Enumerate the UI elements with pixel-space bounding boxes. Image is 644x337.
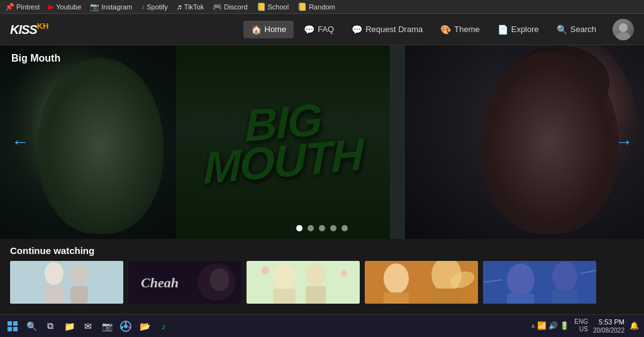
tray-wifi-icon[interactable]: 📶	[537, 321, 547, 330]
bookmark-discord[interactable]: 🎮 Discord	[213, 3, 247, 11]
taskbar-mail-button[interactable]: ✉	[80, 319, 96, 334]
hero-prev-button[interactable]: ←	[6, 127, 34, 157]
clock-display[interactable]: 5:53 PM 20/08/2022	[593, 318, 625, 334]
svg-rect-40	[13, 321, 18, 326]
svg-point-3	[58, 116, 74, 126]
nav-explore[interactable]: 📄 Explore	[490, 21, 547, 38]
svg-point-8	[562, 109, 575, 118]
tray-volume-icon[interactable]: 🔊	[548, 321, 558, 330]
svg-rect-32	[483, 261, 596, 304]
bookmark-random[interactable]: 📒 Random	[297, 3, 335, 11]
taskbar-folder-button[interactable]: 📂	[137, 319, 152, 334]
taskbar-files-button[interactable]: 📁	[62, 319, 77, 334]
nav-faq[interactable]: 💬 FAQ	[296, 21, 341, 38]
system-lang: ENG US	[574, 318, 588, 333]
random-icon: 📒	[297, 3, 307, 11]
spotify-icon: ♪	[141, 3, 145, 11]
svg-point-12	[70, 265, 88, 285]
bookmark-pintrest[interactable]: 📌 Pintrest	[5, 3, 40, 11]
svg-rect-36	[552, 290, 577, 304]
tray-expand-icon[interactable]: ∧	[531, 323, 535, 329]
svg-point-27	[384, 263, 409, 294]
hero-dot-4[interactable]	[330, 225, 336, 231]
svg-point-33	[507, 263, 535, 296]
system-tray: ∧ 📶 🔊 🔋	[531, 321, 569, 330]
youtube-icon: ▶	[48, 3, 54, 11]
svg-point-0	[619, 23, 628, 32]
hero-banner: BIGMOUTH Big Mouth ← →	[0, 45, 644, 239]
nav-search[interactable]: 🔍 Search	[549, 21, 604, 38]
taskbar-taskview-button[interactable]: ⧉	[43, 319, 58, 334]
taskbar-chrome-button[interactable]	[118, 319, 133, 334]
svg-point-20	[273, 264, 296, 289]
svg-text:Cheah: Cheah	[141, 275, 179, 290]
home-icon: 🏠	[251, 25, 262, 35]
bookmark-school[interactable]: 📒 School	[257, 3, 289, 11]
tray-battery-icon[interactable]: 🔋	[560, 321, 569, 330]
svg-point-5	[35, 77, 129, 196]
nav-theme[interactable]: 🎨 Theme	[433, 21, 487, 38]
hero-next-button[interactable]: →	[610, 127, 638, 157]
theme-icon: 🎨	[440, 25, 451, 35]
hero-dot-5[interactable]	[341, 225, 348, 231]
request-drama-icon: 💬	[352, 25, 362, 35]
svg-point-25	[341, 270, 347, 277]
thumb-item-5[interactable]	[483, 261, 596, 304]
thumb-item-1[interactable]	[10, 261, 123, 304]
bookmark-youtube[interactable]: ▶ Youtube	[48, 3, 81, 11]
pintrest-icon: 📌	[5, 3, 14, 11]
svg-rect-42	[13, 327, 18, 331]
taskbar: 🔍 ⧉ 📁 ✉ 📷 📂 ♪ ∧ 📶 🔊 🔋 ENG US 5	[0, 314, 644, 337]
explore-icon: 📄	[497, 25, 508, 35]
user-avatar[interactable]	[613, 19, 634, 40]
taskbar-camera-button[interactable]: 📷	[99, 319, 114, 334]
windows-start-button[interactable]	[5, 319, 20, 334]
thumb-item-2[interactable]: Cheah	[128, 261, 242, 304]
svg-point-7	[533, 110, 547, 119]
thumb-item-4[interactable]	[365, 261, 478, 304]
hero-background: BIGMOUTH	[0, 45, 644, 239]
search-icon: 🔍	[557, 25, 567, 35]
hero-dots	[296, 225, 348, 231]
taskbar-left: 🔍 ⧉ 📁 ✉ 📷 📂 ♪	[5, 319, 171, 334]
svg-point-4	[90, 114, 105, 124]
svg-rect-13	[45, 285, 64, 304]
svg-point-44	[124, 324, 128, 328]
svg-rect-39	[8, 321, 12, 326]
faq-icon: 💬	[304, 25, 314, 35]
thumb-2-title: Cheah	[128, 261, 242, 304]
hero-dot-3[interactable]	[319, 225, 325, 231]
svg-rect-10	[10, 261, 123, 304]
nav-request-drama[interactable]: 💬 Request Drama	[344, 21, 430, 38]
svg-point-1	[616, 32, 630, 40]
bookmark-spotify[interactable]: ♪ Spotify	[141, 3, 168, 11]
nav-home[interactable]: 🏠 Home	[243, 21, 294, 38]
taskbar-spotify-button[interactable]: ♪	[156, 319, 171, 334]
hero-dot-1[interactable]	[296, 225, 303, 231]
svg-point-24	[262, 267, 269, 274]
svg-rect-30	[431, 289, 462, 304]
thumbnails-list: Cheah	[10, 261, 634, 304]
site-logo[interactable]: KISSKH	[10, 21, 48, 37]
thumb-item-3[interactable]	[247, 261, 360, 304]
instagram-icon: 📷	[90, 3, 99, 11]
svg-rect-29	[384, 292, 409, 304]
hero-big-mouth-text: BIGMOUTH	[203, 97, 362, 188]
navbar: KISSKH 🏠 Home 💬 FAQ 💬 Request Drama 🎨 Th…	[0, 14, 644, 45]
bookmark-tiktok[interactable]: ♬ TikTok	[177, 3, 204, 11]
tiktok-icon: ♬	[177, 3, 182, 11]
hero-dot-2[interactable]	[308, 225, 314, 231]
bookmark-instagram[interactable]: 📷 Instagram	[90, 3, 132, 11]
discord-icon: 🎮	[213, 3, 222, 11]
nav-links: 🏠 Home 💬 FAQ 💬 Request Drama 🎨 Theme 📄 E…	[243, 19, 635, 40]
taskbar-right: ∧ 📶 🔊 🔋 ENG US 5:53 PM 20/08/2022 🔔	[531, 318, 639, 334]
svg-point-18	[209, 268, 230, 291]
svg-rect-22	[273, 289, 296, 304]
svg-rect-35	[507, 294, 535, 304]
notification-bell-icon[interactable]: 🔔	[630, 321, 639, 330]
hero-title-center: BIGMOUTH	[176, 45, 390, 239]
taskbar-search-button[interactable]: 🔍	[24, 319, 39, 334]
svg-point-21	[306, 263, 326, 286]
svg-point-11	[45, 262, 64, 285]
continue-watching-heading: Continue watching	[10, 245, 634, 256]
